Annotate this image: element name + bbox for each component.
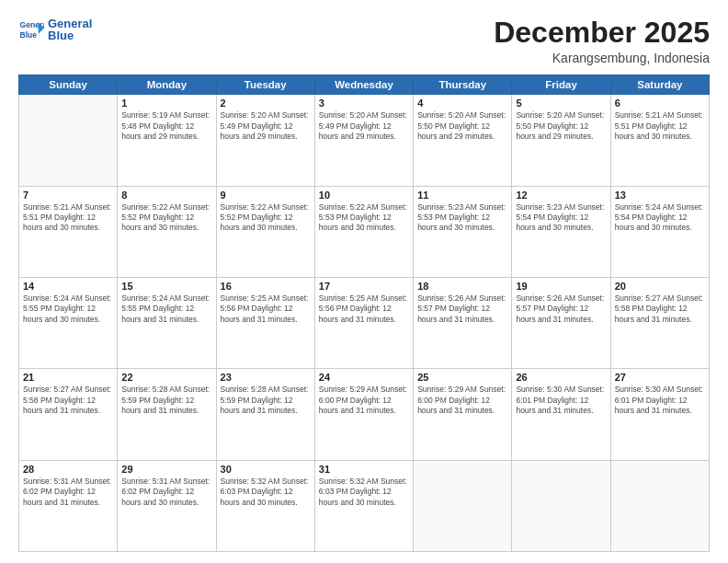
day-info: Sunrise: 5:22 AM Sunset: 5:52 PM Dayligh…: [221, 202, 311, 234]
day-number: 13: [615, 190, 705, 201]
calendar-cell: [610, 460, 709, 551]
calendar-cell: 10Sunrise: 5:22 AM Sunset: 5:53 PM Dayli…: [314, 186, 413, 277]
calendar-cell: 7Sunrise: 5:21 AM Sunset: 5:51 PM Daylig…: [19, 186, 118, 277]
day-number: 10: [319, 190, 409, 201]
day-info: Sunrise: 5:24 AM Sunset: 5:55 PM Dayligh…: [121, 293, 211, 325]
day-number: 28: [23, 464, 113, 475]
calendar-cell: 23Sunrise: 5:28 AM Sunset: 5:59 PM Dayli…: [216, 369, 314, 460]
calendar-cell: 8Sunrise: 5:22 AM Sunset: 5:52 PM Daylig…: [118, 186, 216, 277]
calendar-cell: 17Sunrise: 5:25 AM Sunset: 5:56 PM Dayli…: [314, 277, 413, 368]
logo: General Blue General Blue: [18, 17, 92, 42]
calendar-row-5: 28Sunrise: 5:31 AM Sunset: 6:02 PM Dayli…: [19, 460, 710, 551]
day-info: Sunrise: 5:28 AM Sunset: 5:59 PM Dayligh…: [221, 385, 311, 416]
calendar-cell: [512, 460, 610, 551]
day-info: Sunrise: 5:26 AM Sunset: 5:57 PM Dayligh…: [417, 293, 507, 325]
logo-icon: General Blue: [18, 17, 44, 42]
day-number: 14: [23, 281, 113, 292]
day-info: Sunrise: 5:27 AM Sunset: 5:58 PM Dayligh…: [615, 293, 705, 325]
day-info: Sunrise: 5:24 AM Sunset: 5:55 PM Dayligh…: [23, 293, 113, 325]
svg-text:Blue: Blue: [20, 30, 38, 40]
calendar-cell: 6Sunrise: 5:21 AM Sunset: 5:51 PM Daylig…: [610, 95, 709, 186]
day-info: Sunrise: 5:31 AM Sunset: 6:02 PM Dayligh…: [23, 477, 113, 508]
day-number: 5: [516, 98, 606, 109]
calendar-cell: 28Sunrise: 5:31 AM Sunset: 6:02 PM Dayli…: [19, 460, 118, 551]
calendar-cell: 4Sunrise: 5:20 AM Sunset: 5:50 PM Daylig…: [414, 95, 512, 186]
location-subtitle: Karangsembung, Indonesia: [494, 51, 710, 65]
calendar-row-3: 14Sunrise: 5:24 AM Sunset: 5:55 PM Dayli…: [19, 277, 710, 368]
calendar-header-row: Sunday Monday Tuesday Wednesday Thursday…: [19, 75, 710, 95]
calendar-cell: 20Sunrise: 5:27 AM Sunset: 5:58 PM Dayli…: [610, 277, 709, 368]
calendar-cell: 27Sunrise: 5:30 AM Sunset: 6:01 PM Dayli…: [610, 369, 709, 460]
day-number: 11: [417, 190, 507, 201]
col-header-monday: Monday: [118, 75, 216, 95]
col-header-friday: Friday: [512, 75, 610, 95]
day-number: 26: [516, 372, 606, 383]
day-info: Sunrise: 5:27 AM Sunset: 5:58 PM Dayligh…: [23, 385, 113, 416]
calendar-cell: 14Sunrise: 5:24 AM Sunset: 5:55 PM Dayli…: [19, 277, 118, 368]
day-info: Sunrise: 5:23 AM Sunset: 5:54 PM Dayligh…: [516, 202, 606, 234]
col-header-thursday: Thursday: [414, 75, 512, 95]
title-block: December 2025 Karangsembung, Indonesia: [494, 17, 710, 65]
day-info: Sunrise: 5:25 AM Sunset: 5:56 PM Dayligh…: [221, 293, 311, 325]
day-info: Sunrise: 5:19 AM Sunset: 5:48 PM Dayligh…: [121, 110, 211, 142]
calendar-cell: 30Sunrise: 5:32 AM Sunset: 6:03 PM Dayli…: [216, 460, 314, 551]
calendar-cell: 9Sunrise: 5:22 AM Sunset: 5:52 PM Daylig…: [216, 186, 314, 277]
calendar-cell: 5Sunrise: 5:20 AM Sunset: 5:50 PM Daylig…: [512, 95, 610, 186]
day-number: 25: [417, 372, 507, 383]
day-number: 1: [121, 98, 211, 109]
day-number: 4: [417, 98, 507, 109]
day-number: 16: [221, 281, 311, 292]
day-info: Sunrise: 5:32 AM Sunset: 6:03 PM Dayligh…: [319, 477, 409, 508]
calendar-cell: 29Sunrise: 5:31 AM Sunset: 6:02 PM Dayli…: [118, 460, 216, 551]
calendar-cell: 31Sunrise: 5:32 AM Sunset: 6:03 PM Dayli…: [314, 460, 413, 551]
day-number: 27: [615, 372, 705, 383]
calendar-cell: 19Sunrise: 5:26 AM Sunset: 5:57 PM Dayli…: [512, 277, 610, 368]
calendar-table: Sunday Monday Tuesday Wednesday Thursday…: [18, 75, 710, 552]
calendar-row-1: 1Sunrise: 5:19 AM Sunset: 5:48 PM Daylig…: [19, 95, 710, 186]
calendar-cell: 25Sunrise: 5:29 AM Sunset: 6:00 PM Dayli…: [414, 369, 512, 460]
calendar-cell: [19, 95, 118, 186]
day-info: Sunrise: 5:20 AM Sunset: 5:49 PM Dayligh…: [221, 110, 311, 142]
day-number: 31: [319, 464, 409, 475]
day-info: Sunrise: 5:23 AM Sunset: 5:53 PM Dayligh…: [417, 202, 507, 234]
day-info: Sunrise: 5:20 AM Sunset: 5:50 PM Dayligh…: [417, 110, 507, 142]
day-number: 17: [319, 281, 409, 292]
calendar-cell: 12Sunrise: 5:23 AM Sunset: 5:54 PM Dayli…: [512, 186, 610, 277]
col-header-saturday: Saturday: [610, 75, 709, 95]
calendar-cell: 11Sunrise: 5:23 AM Sunset: 5:53 PM Dayli…: [414, 186, 512, 277]
day-number: 12: [516, 190, 606, 201]
day-number: 19: [516, 281, 606, 292]
day-number: 15: [121, 281, 211, 292]
day-info: Sunrise: 5:32 AM Sunset: 6:03 PM Dayligh…: [221, 477, 311, 508]
day-number: 30: [221, 464, 311, 475]
calendar-cell: 1Sunrise: 5:19 AM Sunset: 5:48 PM Daylig…: [118, 95, 216, 186]
day-number: 2: [221, 98, 311, 109]
day-number: 8: [121, 190, 211, 201]
day-number: 23: [221, 372, 311, 383]
day-info: Sunrise: 5:20 AM Sunset: 5:50 PM Dayligh…: [516, 110, 606, 142]
day-number: 29: [121, 464, 211, 475]
day-number: 9: [221, 190, 311, 201]
day-number: 18: [417, 281, 507, 292]
day-number: 22: [121, 372, 211, 383]
day-number: 20: [615, 281, 705, 292]
calendar-cell: 3Sunrise: 5:20 AM Sunset: 5:49 PM Daylig…: [314, 95, 413, 186]
calendar-cell: [414, 460, 512, 551]
calendar-body: 1Sunrise: 5:19 AM Sunset: 5:48 PM Daylig…: [19, 95, 710, 552]
day-info: Sunrise: 5:21 AM Sunset: 5:51 PM Dayligh…: [615, 110, 705, 142]
day-info: Sunrise: 5:25 AM Sunset: 5:56 PM Dayligh…: [319, 293, 409, 325]
calendar-cell: 26Sunrise: 5:30 AM Sunset: 6:01 PM Dayli…: [512, 369, 610, 460]
calendar-row-2: 7Sunrise: 5:21 AM Sunset: 5:51 PM Daylig…: [19, 186, 710, 277]
day-info: Sunrise: 5:30 AM Sunset: 6:01 PM Dayligh…: [615, 385, 705, 416]
day-info: Sunrise: 5:29 AM Sunset: 6:00 PM Dayligh…: [319, 385, 409, 416]
calendar-row-4: 21Sunrise: 5:27 AM Sunset: 5:58 PM Dayli…: [19, 369, 710, 460]
calendar-cell: 24Sunrise: 5:29 AM Sunset: 6:00 PM Dayli…: [314, 369, 413, 460]
day-number: 3: [319, 98, 409, 109]
calendar-cell: 16Sunrise: 5:25 AM Sunset: 5:56 PM Dayli…: [216, 277, 314, 368]
day-info: Sunrise: 5:26 AM Sunset: 5:57 PM Dayligh…: [516, 293, 606, 325]
day-info: Sunrise: 5:21 AM Sunset: 5:51 PM Dayligh…: [23, 202, 113, 234]
day-info: Sunrise: 5:31 AM Sunset: 6:02 PM Dayligh…: [121, 477, 211, 508]
calendar-cell: 18Sunrise: 5:26 AM Sunset: 5:57 PM Dayli…: [414, 277, 512, 368]
col-header-wednesday: Wednesday: [314, 75, 413, 95]
day-info: Sunrise: 5:22 AM Sunset: 5:53 PM Dayligh…: [319, 202, 409, 234]
